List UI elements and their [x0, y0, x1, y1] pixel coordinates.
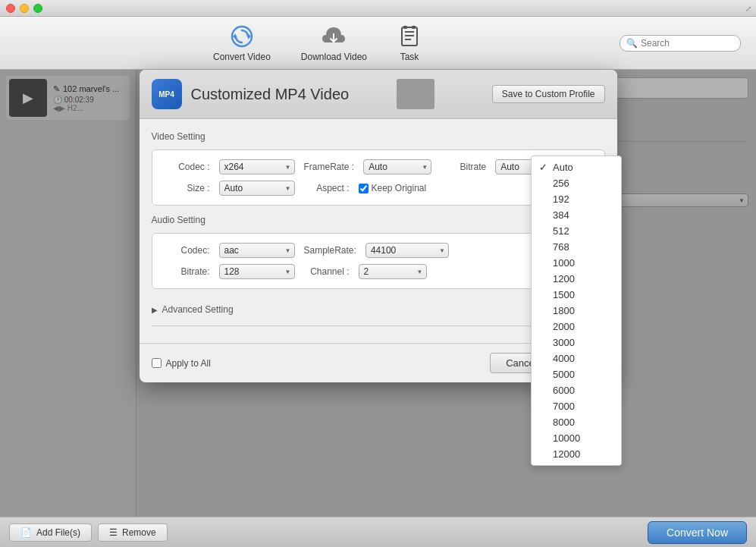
framerate-label: FrameRate :	[304, 162, 355, 172]
audio-bitrate-select-wrapper: 128	[219, 264, 295, 279]
bitrate-option-512[interactable]: 512	[532, 223, 621, 239]
codec-row: Codec : x264 FrameRate : Auto Bitrate	[165, 159, 592, 174]
thumb-preview	[397, 79, 434, 109]
minimize-button[interactable]	[20, 4, 29, 13]
bitrate-option-1800[interactable]: 1800	[532, 303, 621, 319]
channel-select-wrapper: 2	[359, 264, 427, 279]
add-files-label: Add File(s)	[36, 527, 80, 538]
bitrate-option-3000[interactable]: 3000	[532, 335, 621, 351]
title-bar: ⤢	[0, 0, 756, 17]
triangle-icon: ▶	[152, 306, 158, 314]
bottom-bar: 📄 Add File(s) ☰ Remove Convert Now	[0, 517, 756, 547]
save-profile-button[interactable]: Save to Custom Profile	[492, 85, 605, 103]
task-button[interactable]: Task	[397, 24, 422, 62]
samplerate-label: SampleRate:	[304, 245, 356, 256]
svg-marker-1	[248, 33, 251, 39]
size-select[interactable]: Auto	[219, 181, 295, 196]
remove-label: Remove	[122, 527, 156, 538]
bitrate-option-4000[interactable]: 4000	[532, 351, 621, 366]
convert-video-button[interactable]: Convert Video	[213, 24, 271, 62]
size-row: Size : Auto Aspect : Keep Original	[165, 181, 592, 196]
task-icon	[397, 24, 422, 49]
audio-codec-select-wrapper: aac	[219, 243, 295, 258]
keep-original-label: Keep Original	[359, 183, 427, 193]
add-files-icon: 📄	[20, 527, 32, 538]
samplerate-select-wrapper: 44100	[365, 243, 449, 258]
framerate-select[interactable]: Auto	[363, 159, 431, 174]
bitrate-option-6000[interactable]: 6000	[532, 382, 621, 398]
audio-codec-select[interactable]: aac	[219, 243, 295, 258]
close-button[interactable]	[6, 4, 15, 13]
keep-original-checkbox[interactable]	[359, 184, 369, 193]
bitrate-option-7000[interactable]: 7000	[532, 398, 621, 414]
traffic-lights	[6, 4, 42, 13]
convert-icon	[230, 24, 254, 49]
codec-select-wrapper: x264	[219, 159, 295, 174]
channel-label: Channel :	[304, 266, 350, 277]
bitrate-option-256[interactable]: 256	[532, 175, 621, 191]
size-select-wrapper: Auto	[219, 181, 295, 196]
video-setting-label: Video Setting	[152, 131, 605, 142]
bitrate-option-2000[interactable]: 2000	[532, 319, 621, 335]
toolbar-buttons: Convert Video Download Video Task	[15, 24, 620, 62]
audio-bitrate-select[interactable]: 128	[219, 264, 295, 279]
size-label: Size :	[165, 183, 210, 193]
download-icon	[322, 24, 346, 49]
bitrate-option-384[interactable]: 384	[532, 207, 621, 223]
mp4-badge: MP4	[152, 79, 182, 109]
apply-all-label: Apply to All	[152, 358, 211, 369]
framerate-select-wrapper: Auto	[363, 159, 431, 174]
bitrate-dropdown: Auto 256 192 384 512 768 1000 1200 1500 …	[531, 156, 622, 466]
task-label: Task	[400, 52, 419, 62]
codec-select[interactable]: x264	[219, 159, 295, 174]
channel-select[interactable]: 2	[359, 264, 427, 279]
bitrate-label: Bitrate	[441, 162, 486, 172]
search-icon: 🔍	[626, 38, 638, 49]
audio-codec-row: Codec: aac SampleRate: 44100	[165, 243, 592, 258]
bitrate-option-8000[interactable]: 8000	[532, 414, 621, 430]
apply-all-checkbox[interactable]	[152, 358, 162, 368]
samplerate-select[interactable]: 44100	[365, 243, 449, 258]
bitrate-option-1500[interactable]: 1500	[532, 287, 621, 303]
svg-rect-8	[412, 26, 416, 29]
modal-overlay: MP4 Customized MP4 Video Save to Custom …	[0, 70, 756, 517]
bitrate-option-auto[interactable]: Auto	[532, 159, 621, 175]
aspect-label: Aspect :	[304, 183, 350, 193]
add-files-button[interactable]: 📄 Add File(s)	[9, 523, 92, 542]
advanced-setting-label: Advanced Setting	[162, 304, 234, 315]
bitrate-option-10000[interactable]: 10000	[532, 430, 621, 446]
audio-bitrate-row: Bitrate: 128 Channel : 2	[165, 264, 592, 279]
bitrate-option-768[interactable]: 768	[532, 239, 621, 255]
svg-rect-7	[403, 26, 407, 29]
search-input[interactable]	[641, 38, 739, 49]
bitrate-option-1200[interactable]: 1200	[532, 271, 621, 287]
bitrate-option-192[interactable]: 192	[532, 191, 621, 207]
modal-title: Customized MP4 Video	[191, 86, 350, 103]
remove-button[interactable]: ☰ Remove	[98, 523, 168, 542]
resize-icon: ⤢	[745, 4, 751, 12]
toolbar: Convert Video Download Video Task 🔍	[0, 17, 756, 70]
convert-video-label: Convert Video	[213, 52, 271, 62]
bitrate-option-1000[interactable]: 1000	[532, 255, 621, 271]
maximize-button[interactable]	[33, 4, 42, 13]
download-video-button[interactable]: Download Video	[301, 24, 367, 62]
bitrate-option-5000[interactable]: 5000	[532, 366, 621, 382]
search-bar: 🔍	[620, 35, 741, 52]
bitrate-option-12000[interactable]: 12000	[532, 446, 621, 462]
audio-bitrate-label: Bitrate:	[165, 266, 210, 277]
remove-icon: ☰	[109, 527, 118, 538]
download-video-label: Download Video	[301, 52, 367, 62]
audio-codec-label: Codec:	[165, 245, 210, 256]
svg-marker-2	[233, 33, 236, 39]
codec-label: Codec :	[165, 162, 210, 172]
convert-now-button[interactable]: Convert Now	[648, 521, 747, 544]
modal-header: MP4 Customized MP4 Video Save to Custom …	[140, 70, 617, 119]
